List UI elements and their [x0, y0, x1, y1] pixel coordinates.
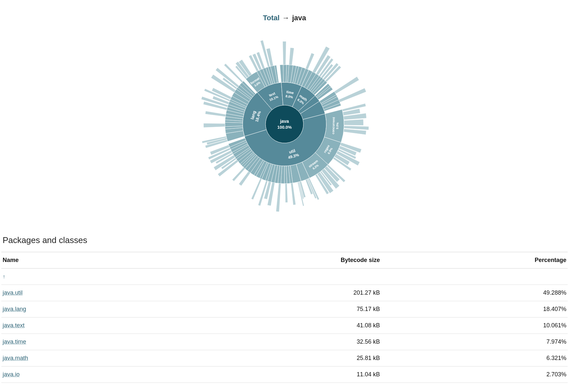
ring3-sliver[interactable] [285, 184, 288, 203]
sunburst-center[interactable] [266, 105, 303, 143]
pct-cell: 18.407% [381, 301, 568, 318]
ring2-seg-concurrent[interactable] [324, 109, 344, 143]
table-row: java.math25.81 kB6.321% [1, 350, 568, 367]
pct-cell: 49.288% [381, 285, 568, 301]
section-title: Packages and classes [3, 235, 568, 245]
size-cell: 41.08 kB [154, 318, 381, 334]
pct-cell: 10.061% [381, 318, 568, 334]
ring3-sliver[interactable] [307, 179, 317, 199]
package-link[interactable]: java.math [3, 355, 28, 361]
breadcrumb-separator: → [282, 14, 289, 22]
sunburst-chart[interactable]: java100.0%util49.3%concurrent9.0%regex6.… [170, 26, 399, 222]
size-cell: 25.81 kB [154, 350, 381, 367]
table-row: java.io11.04 kB2.703% [1, 367, 568, 383]
packages-table: Name Bytecode size Percentage ↑java.util… [1, 252, 568, 383]
col-size: Bytecode size [154, 252, 381, 269]
package-link[interactable]: java.io [3, 371, 20, 378]
up-link[interactable]: ↑ [3, 274, 5, 279]
ring2-sliver[interactable] [225, 122, 243, 126]
package-link[interactable]: java.time [3, 338, 26, 345]
package-link[interactable]: java.lang [3, 306, 26, 312]
pct-cell: 2.703% [381, 367, 568, 383]
size-cell: 32.56 kB [154, 334, 381, 350]
breadcrumb-current: java [292, 14, 306, 22]
pct-cell: 6.321% [381, 350, 568, 367]
ring3-sliver[interactable] [334, 77, 359, 94]
table-row-up: ↑ [1, 269, 568, 285]
ring3-sliver[interactable] [203, 123, 225, 128]
ring3-sliver[interactable] [305, 53, 314, 69]
ring3-sliver[interactable] [251, 178, 262, 200]
sunburst-chart-container: java100.0%util49.3%concurrent9.0%regex6.… [0, 26, 569, 222]
breadcrumb-root-link[interactable]: Total [263, 14, 280, 22]
ring3-sliver[interactable] [218, 160, 238, 176]
col-pct: Percentage [381, 252, 568, 269]
table-row: java.util201.27 kB49.288% [1, 285, 568, 301]
size-cell: 201.27 kB [154, 285, 381, 301]
package-link[interactable]: java.text [3, 322, 25, 329]
ring3-sliver[interactable] [276, 183, 281, 212]
ring3-sliver[interactable] [289, 48, 294, 65]
col-name: Name [1, 252, 154, 269]
ring3-sliver[interactable] [205, 111, 226, 117]
table-row: java.lang75.17 kB18.407% [1, 301, 568, 318]
table-row: java.time32.56 kB7.974% [1, 334, 568, 350]
size-cell: 75.17 kB [154, 301, 381, 318]
pct-cell: 7.974% [381, 334, 568, 350]
ring3-sliver[interactable] [344, 119, 364, 125]
ring2-sliver[interactable] [280, 65, 284, 82]
ring3-sliver[interactable] [291, 183, 296, 205]
package-link[interactable]: java.util [3, 289, 23, 296]
table-row: java.text41.08 kB10.061% [1, 318, 568, 334]
size-cell: 11.04 kB [154, 367, 381, 383]
breadcrumb: Total → java [0, 14, 569, 22]
ring3-sliver[interactable] [339, 88, 366, 102]
ring3-sliver[interactable] [343, 129, 366, 135]
ring3-sliver[interactable] [283, 41, 286, 65]
